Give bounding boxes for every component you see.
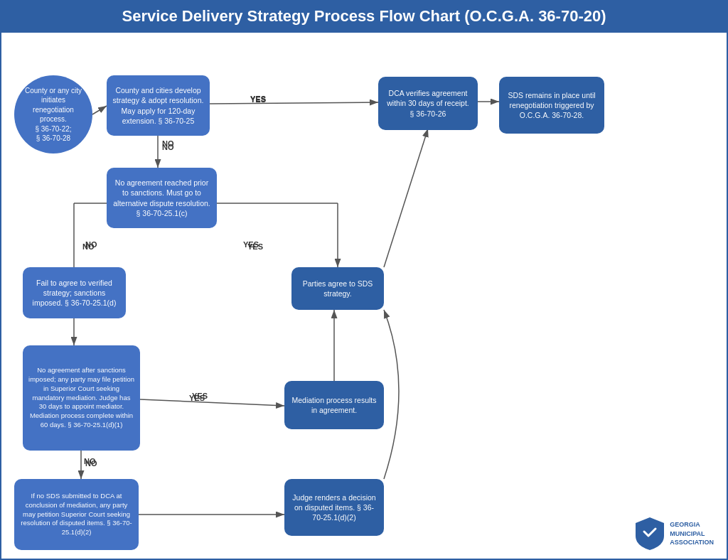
node-fail-agree: Fail to agree to verified strategy; sanc…	[23, 267, 126, 318]
label-yes-n8: YES	[189, 394, 205, 402]
node-initiate: County or any city initiates renegotiati…	[14, 75, 92, 154]
page-title: Service Delivery Strategy Process Flow C…	[0, 0, 728, 33]
label-no-n8: NO	[84, 457, 96, 465]
svg-line-10	[384, 129, 428, 267]
node-parties-agree: Parties agree to SDS strategy.	[291, 267, 384, 310]
svg-line-2	[210, 102, 378, 104]
logo-text: GEORGIA MUNICIPAL ASSOCIATION	[670, 520, 714, 547]
logo-area: GEORGIA MUNICIPAL ASSOCIATION	[634, 516, 714, 551]
label-yes-n5: YES	[247, 242, 263, 251]
node-sds-remains: SDS remains in place until renegotiation…	[499, 77, 604, 134]
svg-line-12	[140, 399, 284, 406]
label-no-n5: NO	[82, 242, 95, 251]
node-no-agreement-sanctions: No agreement reached prior to sanctions.…	[107, 168, 217, 228]
label-yes-n2-n3: YES	[250, 95, 266, 104]
svg-line-1	[92, 106, 107, 114]
node-no-sds-petition: If no SDS submitted to DCA at conclusion…	[14, 479, 139, 550]
page-wrapper: Service Delivery Strategy Process Flow C…	[0, 0, 728, 560]
node-judge-decision: Judge renders a decision on disputed ite…	[284, 479, 384, 536]
node-no-agreement-sanctions-superior: No agreement after sanctions imposed; an…	[23, 345, 140, 451]
node-mediation-agreement: Mediation process results in agreement.	[284, 381, 384, 429]
label-no-n2: NO	[162, 139, 174, 148]
node-dca-verifies: DCA verifies agreement within 30 days of…	[378, 77, 478, 130]
chart-area: YES NO NO YES YES NO County or any city …	[0, 33, 728, 560]
node-develop-strategy: County and cities develop strategy & ado…	[107, 75, 210, 136]
gma-logo-icon	[634, 516, 665, 551]
